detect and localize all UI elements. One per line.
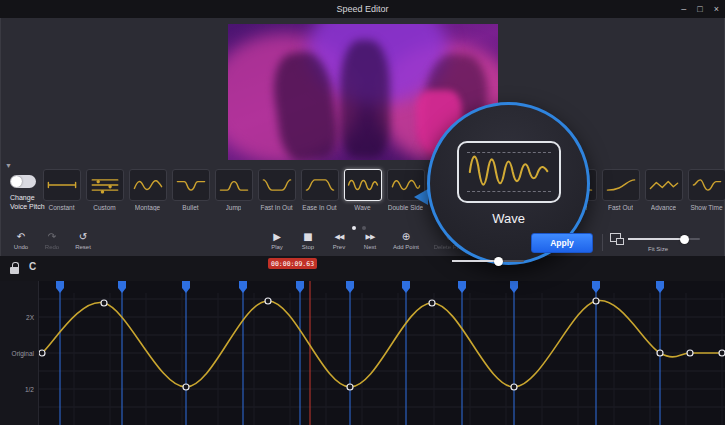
- redo-icon: ↷: [48, 231, 56, 243]
- close-button[interactable]: ×: [714, 4, 719, 14]
- fit-size-slider[interactable]: [628, 238, 700, 240]
- voice-pitch-block: Change Voice Pitch: [10, 175, 62, 211]
- stop-button[interactable]: ■Stop: [295, 231, 321, 250]
- maximize-button[interactable]: □: [697, 4, 702, 14]
- toolbar-left-group: ↶Undo ↷Redo ↺Reset: [8, 231, 96, 250]
- voice-pitch-toggle[interactable]: [10, 175, 36, 188]
- speed-curve-canvas[interactable]: [38, 281, 725, 425]
- reset-icon: ↺: [79, 231, 87, 243]
- preset-jump[interactable]: Jump: [212, 169, 255, 211]
- next-button[interactable]: ▶▶Next: [357, 231, 383, 250]
- play-button[interactable]: ▶Play: [264, 231, 290, 250]
- lock-icon[interactable]: [10, 267, 19, 274]
- prev-icon: ◀◀: [335, 231, 344, 243]
- speed-axis-label: 1/2: [25, 386, 34, 393]
- snap-icon[interactable]: C: [29, 260, 36, 274]
- keyframe-marker[interactable]: [296, 281, 304, 293]
- speed-editor-window: Speed Editor – □ × ▼ Change Voice Pitch …: [0, 0, 725, 425]
- curve-control-point[interactable]: [657, 350, 663, 356]
- preset-curve-icon: [258, 169, 296, 201]
- curve-control-point[interactable]: [511, 384, 517, 390]
- toolbar-divider: [602, 234, 603, 251]
- speed-curve[interactable]: [42, 301, 722, 387]
- minimize-button[interactable]: –: [681, 4, 686, 14]
- preset-label: Montage: [135, 204, 160, 211]
- keyframe-marker[interactable]: [56, 281, 64, 293]
- preset-fast-out[interactable]: Fast Out: [599, 169, 642, 211]
- preset-size-slider-knob[interactable]: [494, 257, 503, 266]
- timeline-ruler[interactable]: 24681012141618: [0, 256, 725, 282]
- collapse-arrow-icon[interactable]: ▼: [5, 162, 12, 169]
- speed-axis-label: Original: [12, 350, 34, 357]
- keyframe-marker[interactable]: [182, 281, 190, 293]
- pager-dot[interactable]: [352, 226, 356, 230]
- preset-label: Fast Out: [608, 204, 633, 211]
- curve-control-point[interactable]: [719, 350, 725, 356]
- play-icon: ▶: [273, 231, 281, 243]
- add-point-icon: ⊕: [402, 231, 410, 243]
- redo-button[interactable]: ↷Redo: [39, 231, 65, 250]
- keyframe-marker[interactable]: [656, 281, 664, 293]
- curve-control-point[interactable]: [593, 298, 599, 304]
- preset-show-time[interactable]: Show Time: [685, 169, 725, 211]
- stop-icon: ■: [303, 231, 312, 243]
- preset-curve-icon: [86, 169, 124, 201]
- fit-size-label: Fit Size: [648, 246, 700, 252]
- preset-size-slider[interactable]: [452, 260, 524, 262]
- preset-bullet[interactable]: Bullet: [169, 169, 212, 211]
- keyframe-marker[interactable]: [458, 281, 466, 293]
- keyframe-marker[interactable]: [510, 281, 518, 293]
- curve-control-point[interactable]: [687, 350, 693, 356]
- curve-control-point[interactable]: [39, 350, 45, 356]
- preset-curve-icon: [129, 169, 167, 201]
- toolbar-center-group: ▶Play ■Stop ◀◀Prev ▶▶Next ⊕Add Point ⊖De…: [264, 231, 471, 250]
- fit-size-group: Fit Size: [610, 233, 700, 252]
- preset-curve-icon: [172, 169, 210, 201]
- preset-label: Custom: [93, 204, 115, 211]
- preset-label: Ease In Out: [302, 204, 336, 211]
- preset-pager: [352, 226, 366, 230]
- curve-control-point[interactable]: [347, 384, 353, 390]
- ruler-tools: C: [10, 260, 36, 274]
- preset-advance[interactable]: Advance: [642, 169, 685, 211]
- preset-ease-in-out[interactable]: Ease In Out: [298, 169, 341, 211]
- keyframe-marker[interactable]: [592, 281, 600, 293]
- preset-curve-icon: [645, 169, 683, 201]
- preset-label: Wave: [354, 204, 370, 211]
- preset-label: Show Time: [690, 204, 722, 211]
- keyframe-marker[interactable]: [239, 281, 247, 293]
- undo-icon: ↶: [17, 231, 25, 243]
- apply-button[interactable]: Apply: [531, 233, 593, 253]
- wave-curve-icon: [461, 144, 557, 200]
- fit-size-icon: [610, 233, 621, 242]
- preset-curve-icon: [215, 169, 253, 201]
- curve-control-point[interactable]: [265, 298, 271, 304]
- curve-control-point[interactable]: [101, 300, 107, 306]
- slider-fill: [452, 260, 498, 262]
- wave-preset-thumbnail: [457, 141, 561, 203]
- preset-wave[interactable]: Wave: [341, 169, 384, 211]
- preset-label: Jump: [226, 204, 242, 211]
- fit-size-slider-knob[interactable]: [680, 235, 689, 244]
- undo-button[interactable]: ↶Undo: [8, 231, 34, 250]
- preset-montage[interactable]: Montage: [126, 169, 169, 211]
- titlebar: Speed Editor – □ ×: [0, 0, 725, 18]
- preset-strip: ConstantCustomMontageBulletJumpFast In O…: [40, 169, 725, 211]
- preset-label: Double Side: [388, 204, 423, 211]
- keyframe-marker[interactable]: [402, 281, 410, 293]
- reset-button[interactable]: ↺Reset: [70, 231, 96, 250]
- preset-custom[interactable]: Custom: [83, 169, 126, 211]
- toggle-knob: [11, 176, 22, 187]
- preset-fast-in-out[interactable]: Fast In Out: [255, 169, 298, 211]
- keyframe-marker[interactable]: [346, 281, 354, 293]
- speed-axis-label: 2X: [26, 314, 34, 321]
- speed-curve-editor[interactable]: 2XOriginal1/2: [0, 281, 725, 425]
- keyframe-marker[interactable]: [118, 281, 126, 293]
- curve-control-point[interactable]: [183, 384, 189, 390]
- current-time: 00:00:09.63: [268, 258, 317, 269]
- prev-button[interactable]: ◀◀Prev: [326, 231, 352, 250]
- add-point-button[interactable]: ⊕Add Point: [388, 231, 424, 250]
- curve-control-point[interactable]: [429, 300, 435, 306]
- preset-curve-icon: [602, 169, 640, 201]
- pager-dot[interactable]: [362, 226, 366, 230]
